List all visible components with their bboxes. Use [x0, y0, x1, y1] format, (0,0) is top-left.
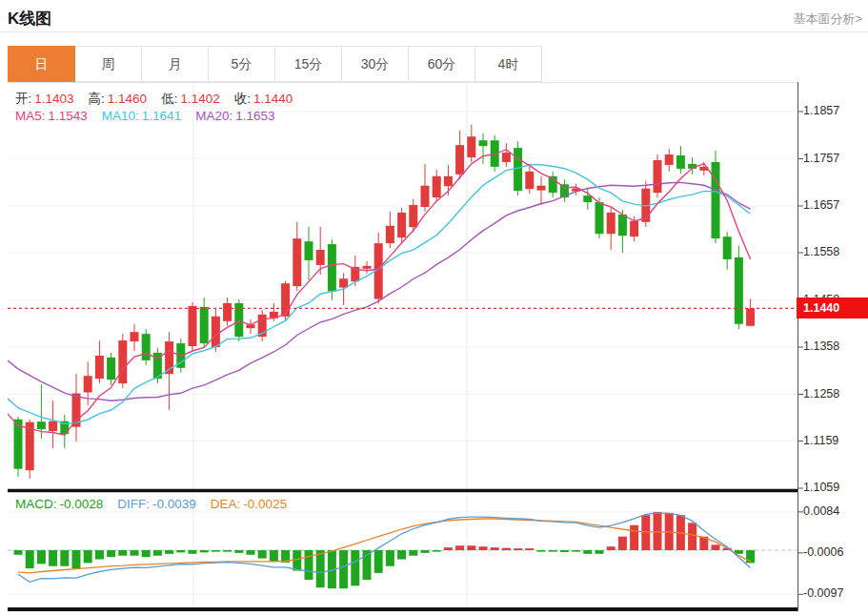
price-axis-label: 1.1159: [803, 434, 838, 447]
candle-body: [618, 215, 627, 236]
candle-body: [281, 283, 290, 317]
macd-bar: [247, 550, 255, 555]
candle-body: [665, 154, 674, 165]
candle-body: [95, 356, 104, 379]
candle-body: [339, 278, 348, 287]
macd-bar: [444, 547, 453, 550]
candle-body: [305, 241, 313, 260]
macd-axis-label: -0.0097: [803, 586, 843, 600]
macd-bar: [386, 550, 394, 566]
ma-info-row: MA5:1.1543MA10:1.1641MA20:1.1653: [15, 109, 274, 123]
price-axis-label: 1.1059: [803, 481, 839, 494]
candle-body: [444, 176, 453, 186]
macd-bar: [165, 550, 173, 554]
candle-body: [386, 226, 394, 243]
close-value: 1.1440: [253, 92, 293, 106]
low-value: 1.1402: [180, 92, 219, 106]
macd-bar: [200, 550, 209, 552]
macd-bar: [514, 548, 522, 550]
candle-body: [467, 136, 475, 157]
ma20-label: MA20:: [195, 109, 232, 123]
macd-bar: [37, 550, 46, 564]
macd-bar: [583, 550, 592, 554]
candle-body: [479, 140, 488, 146]
low-label: 低:: [161, 92, 177, 106]
candle-body: [189, 306, 197, 346]
macd-bar: [270, 550, 278, 562]
macd-bar: [339, 550, 348, 588]
candle-body: [118, 340, 127, 383]
macd-bar: [560, 550, 569, 552]
dea-value: -0.0025: [243, 497, 287, 511]
candle-body: [37, 421, 46, 429]
dea-label: DEA:: [211, 497, 241, 511]
macd-bar: [549, 550, 557, 552]
candle-body: [676, 155, 685, 169]
macd-bar: [502, 548, 511, 550]
macd-bar: [223, 550, 232, 552]
current-price-tag: 1.1440: [797, 298, 868, 318]
macd-bar: [95, 550, 104, 560]
candle-body: [525, 172, 534, 189]
macd-bar: [60, 550, 69, 566]
candle-body: [293, 238, 301, 286]
candle-body: [397, 213, 406, 237]
candle-body: [595, 202, 604, 234]
candle-body: [712, 162, 720, 238]
high-info: 高:1.1460: [89, 91, 148, 108]
candle-body: [455, 145, 464, 175]
open-value: 1.1403: [34, 92, 73, 106]
macd-bar: [72, 550, 81, 568]
macd-bar: [212, 550, 220, 552]
macd-info: MACD:-0.0028: [15, 497, 103, 511]
macd-bar: [433, 550, 441, 552]
diff-line: [18, 513, 751, 583]
candle-body: [131, 332, 139, 341]
ohlc-info-row: 开:1.1403高:1.1460低:1.1402收:1.1440: [15, 91, 293, 108]
price-axis-label: 1.1258: [803, 387, 839, 400]
macd-label: MACD:: [15, 497, 57, 511]
close-info: 收:1.1440: [234, 91, 293, 108]
macd-bar: [479, 546, 488, 550]
candle-body: [200, 307, 209, 343]
ma5-info: MA5:1.1543: [15, 109, 88, 123]
close-label: 收:: [234, 92, 251, 106]
candle-body: [654, 160, 662, 193]
macd-bar: [654, 512, 662, 550]
candle-body: [746, 308, 755, 325]
candle-body: [409, 205, 417, 227]
dea-line: [18, 519, 751, 573]
macd-bar: [316, 550, 325, 587]
macd-axis-label: 0.0084: [803, 504, 839, 518]
macd-bar: [491, 547, 499, 550]
macd-bar: [595, 550, 604, 554]
candle-body: [514, 148, 522, 191]
candle-body: [107, 358, 115, 380]
candle-body: [223, 303, 232, 321]
macd-bar: [455, 545, 464, 550]
macd-value: -0.0028: [60, 497, 104, 511]
macd-bar: [421, 550, 430, 553]
candle-body: [49, 421, 57, 431]
macd-bar: [409, 550, 417, 556]
macd-bar: [14, 550, 23, 555]
kline-page: K线图 基本面分析> 日周月5分15分30分60分4时 开:1.1403高:1.…: [0, 0, 868, 616]
macd-bar: [641, 515, 650, 550]
macd-bar: [630, 525, 638, 550]
price-axis-label: 1.1358: [803, 339, 839, 353]
ma10-info: MA10:1.1641: [102, 109, 181, 123]
macd-bar: [49, 550, 57, 566]
candle-body: [502, 153, 511, 162]
diff-label: DIFF:: [117, 497, 150, 511]
ma20-value: 1.1653: [235, 109, 274, 123]
diff-info: DIFF:-0.0039: [117, 497, 196, 511]
candle-body: [421, 186, 430, 207]
price-axis-label: 1.1757: [803, 152, 839, 165]
macd-bar: [107, 550, 115, 557]
macd-bar: [153, 550, 162, 556]
ma20-info: MA20:1.1653: [195, 109, 274, 123]
macd-bar: [176, 550, 185, 552]
diff-value: -0.0039: [152, 497, 196, 511]
macd-info-row: MACD:-0.0028DIFF:-0.0039DEA:-0.0025: [15, 497, 287, 511]
open-label: 开:: [15, 92, 31, 106]
